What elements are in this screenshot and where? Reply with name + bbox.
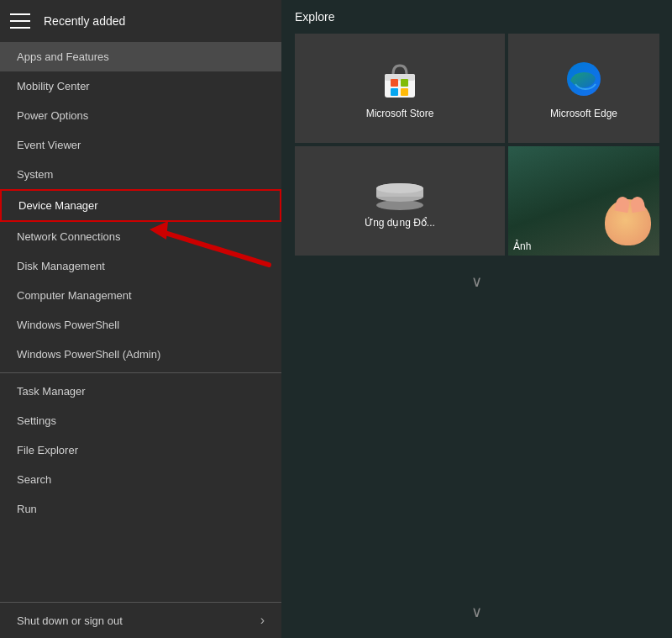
tile-ung-dung-label: Ứng dụng Đổ... <box>365 217 435 229</box>
tile-ung-dung[interactable]: Ứng dụng Đổ... <box>295 146 505 256</box>
menu-item-settings[interactable]: Settings <box>0 406 281 435</box>
menu-item-apps-features[interactable]: Apps and Features <box>0 42 281 71</box>
tiles-grid: Microsoft Store <box>295 34 659 256</box>
menu-item-computer-management[interactable]: Computer Management <box>0 281 281 310</box>
tile-microsoft-store-label: Microsoft Store <box>366 108 434 119</box>
chevron-right-icon: › <box>260 613 265 628</box>
svg-rect-5 <box>401 79 408 87</box>
chevron-down-button-2[interactable]: ∨ <box>295 603 659 621</box>
svg-rect-7 <box>401 88 408 96</box>
menu-item-search[interactable]: Search <box>0 465 281 494</box>
header-title: Recently added <box>44 14 125 28</box>
menu-item-disk-management[interactable]: Disk Management <box>0 251 281 281</box>
menu-item-windows-powershell[interactable]: Windows PowerShell <box>0 310 281 340</box>
svg-rect-3 <box>385 74 415 81</box>
menu-item-task-manager[interactable]: Task Manager <box>0 377 281 406</box>
menu-item-run[interactable]: Run <box>0 494 281 524</box>
svg-rect-6 <box>391 88 398 96</box>
svg-rect-4 <box>391 79 398 87</box>
right-panel: Explore Microsoft Store <box>281 0 672 638</box>
menu-item-mobility-center[interactable]: Mobility Center <box>0 71 281 101</box>
shutdown-sign-out-button[interactable]: Shut down or sign out › <box>0 602 281 638</box>
menu-item-windows-powershell-admin[interactable]: Windows PowerShell (Admin) <box>0 340 281 369</box>
menu-list: Apps and Features Mobility Center Power … <box>0 42 281 638</box>
header-bar: Recently added <box>0 0 281 42</box>
tile-anh[interactable]: Ảnh <box>508 146 659 256</box>
disk-app-icon <box>373 173 427 210</box>
menu-item-power-options[interactable]: Power Options <box>0 101 281 130</box>
menu-item-network-connections[interactable]: Network Connections <box>0 222 281 251</box>
tile-microsoft-store[interactable]: Microsoft Store <box>295 34 505 143</box>
chevron-down-button-1[interactable]: ∨ <box>295 272 659 291</box>
menu-divider-1 <box>0 372 281 373</box>
tile-microsoft-edge-label: Microsoft Edge <box>550 108 617 119</box>
hamburger-menu-button[interactable] <box>10 13 30 29</box>
explore-title: Explore <box>295 10 659 24</box>
menu-item-file-explorer[interactable]: File Explorer <box>0 435 281 465</box>
menu-item-device-manager[interactable]: Device Manager <box>0 189 281 222</box>
menu-item-event-viewer[interactable]: Event Viewer <box>0 130 281 160</box>
tile-microsoft-edge[interactable]: Microsoft Edge <box>508 34 659 143</box>
menu-item-system[interactable]: System <box>0 160 281 189</box>
tile-anh-label: Ảnh <box>513 240 531 252</box>
svg-point-13 <box>376 183 423 193</box>
microsoft-store-icon <box>378 57 422 101</box>
left-panel: Recently added Apps and Features Mobilit… <box>0 0 281 638</box>
microsoft-edge-icon <box>562 57 606 101</box>
